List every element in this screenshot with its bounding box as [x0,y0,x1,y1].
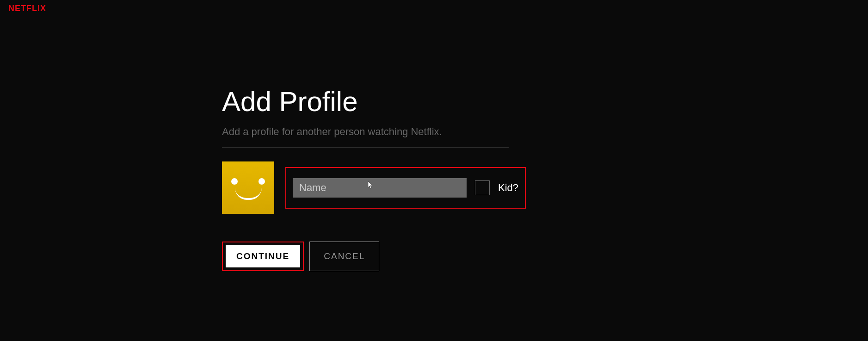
smiley-eye-left-icon [231,178,238,185]
page-title: Add Profile [222,86,509,118]
kid-checkbox[interactable] [475,180,490,195]
smiley-mouth-icon [235,188,262,200]
netflix-logo: NETFLIX [8,4,46,13]
profile-name-input[interactable] [293,178,467,198]
page-subtitle: Add a profile for another person watchin… [222,126,509,148]
smiley-eye-right-icon [259,178,265,185]
action-buttons: CONTINUE CANCEL [222,242,509,271]
avatar[interactable] [222,161,274,214]
continue-button[interactable]: CONTINUE [226,245,300,267]
continue-button-highlight: CONTINUE [222,242,304,271]
input-group-highlight: Kid? [285,167,526,209]
cancel-button[interactable]: CANCEL [309,242,379,271]
add-profile-panel: Add Profile Add a profile for another pe… [222,86,509,271]
profile-row: Kid? [222,161,509,214]
kid-label: Kid? [498,182,518,194]
